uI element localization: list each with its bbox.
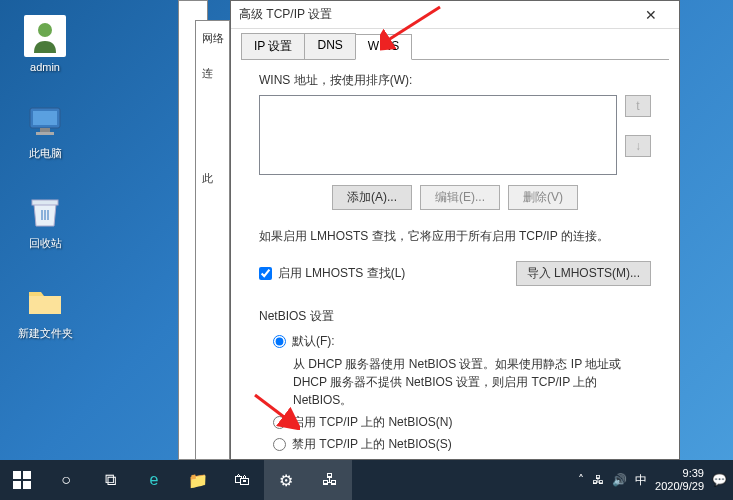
svg-rect-9 [13, 471, 21, 479]
user-icon [24, 15, 66, 57]
tab-wins[interactable]: WINS [355, 34, 412, 60]
arrow-down-icon: ↓ [635, 139, 641, 153]
store-button[interactable]: 🛍 [220, 460, 264, 500]
tray-notification-icon[interactable]: 💬 [712, 473, 727, 487]
close-button[interactable]: ✕ [631, 1, 671, 29]
move-up-button[interactable]: t [625, 95, 651, 117]
folder-icon [24, 280, 66, 322]
network-taskbar-button[interactable]: 🖧 [308, 460, 352, 500]
tray-network-icon[interactable]: 🖧 [592, 473, 604, 487]
radio-default-desc: 从 DHCP 服务器使用 NetBIOS 设置。如果使用静态 IP 地址或 DH… [293, 355, 651, 409]
close-icon: ✕ [645, 7, 657, 23]
dialog-title: 高级 TCP/IP 设置 [239, 6, 631, 23]
taskbar: ○ ⧉ e 📁 🛍 ⚙ 🖧 ˄ 🖧 🔊 中 9:39 2020/9/29 💬 [0, 460, 733, 500]
svg-point-1 [38, 23, 52, 37]
bg-window-2: 网络 连 此 [195, 20, 230, 460]
titlebar: 高级 TCP/IP 设置 ✕ [231, 1, 679, 29]
lmhosts-checkbox[interactable] [259, 267, 272, 280]
radio-disable[interactable] [273, 438, 286, 451]
edge-icon: e [150, 471, 159, 489]
system-tray: ˄ 🖧 🔊 中 9:39 2020/9/29 💬 [578, 467, 733, 493]
tab-ip[interactable]: IP 设置 [241, 33, 305, 59]
svg-rect-3 [33, 111, 57, 125]
desktop-icon-pc[interactable]: 此电脑 [10, 100, 80, 161]
settings-taskbar-button[interactable]: ⚙ [264, 460, 308, 500]
import-lmhosts-button[interactable]: 导入 LMHOSTS(M)... [516, 261, 651, 286]
network-icon: 🖧 [322, 471, 338, 489]
radio-default-row[interactable]: 默认(F): [273, 333, 651, 350]
tray-ime[interactable]: 中 [635, 472, 647, 489]
desktop-icon-recycle[interactable]: 回收站 [10, 190, 80, 251]
desktop-icon-admin[interactable]: admin [10, 15, 80, 73]
netbios-group-label: NetBIOS 设置 [259, 308, 651, 325]
delete-button[interactable]: 删除(V) [508, 185, 578, 210]
taskview-button[interactable]: ⧉ [88, 460, 132, 500]
svg-rect-6 [32, 200, 58, 205]
svg-rect-5 [36, 132, 54, 135]
tray-volume-icon[interactable]: 🔊 [612, 473, 627, 487]
svg-rect-10 [23, 471, 31, 479]
desktop-icon-folder[interactable]: 新建文件夹 [10, 280, 80, 341]
cortana-button[interactable]: ○ [44, 460, 88, 500]
edit-button[interactable]: 编辑(E)... [420, 185, 500, 210]
radio-disable-row[interactable]: 禁用 TCP/IP 上的 NetBIOS(S) [273, 436, 651, 453]
wins-label: WINS 地址，按使用排序(W): [259, 72, 651, 89]
radio-enable-row[interactable]: 启用 TCP/IP 上的 NetBIOS(N) [273, 414, 651, 431]
radio-default[interactable] [273, 335, 286, 348]
recycle-icon [24, 190, 66, 232]
tab-dns[interactable]: DNS [304, 33, 355, 59]
start-button[interactable] [0, 460, 44, 500]
settings-icon: ⚙ [279, 471, 293, 490]
wins-address-list[interactable] [259, 95, 617, 175]
add-button[interactable]: 添加(A)... [332, 185, 412, 210]
tray-clock[interactable]: 9:39 2020/9/29 [655, 467, 704, 493]
move-down-button[interactable]: ↓ [625, 135, 651, 157]
pc-icon [24, 100, 66, 142]
explorer-button[interactable]: 📁 [176, 460, 220, 500]
circle-icon: ○ [61, 471, 71, 489]
lmhosts-info: 如果启用 LMHOSTS 查找，它将应用于所有启用 TCP/IP 的连接。 [259, 228, 651, 245]
tcpip-dialog: 高级 TCP/IP 设置 ✕ IP 设置 DNS WINS WINS 地址，按使… [230, 0, 680, 460]
radio-enable[interactable] [273, 416, 286, 429]
windows-icon [13, 471, 31, 489]
folder-icon: 📁 [188, 471, 208, 490]
dialog-body: WINS 地址，按使用排序(W): t ↓ 添加(A)... 编辑(E)... … [241, 59, 669, 470]
svg-rect-12 [23, 481, 31, 489]
tray-up-icon[interactable]: ˄ [578, 473, 584, 487]
lmhosts-checkbox-row[interactable]: 启用 LMHOSTS 查找(L) [259, 265, 405, 282]
store-icon: 🛍 [234, 471, 250, 489]
svg-rect-4 [40, 128, 50, 132]
svg-rect-11 [13, 481, 21, 489]
edge-button[interactable]: e [132, 460, 176, 500]
tab-row: IP 设置 DNS WINS [231, 29, 679, 59]
arrow-up-icon: t [636, 99, 639, 113]
taskview-icon: ⧉ [105, 471, 116, 489]
